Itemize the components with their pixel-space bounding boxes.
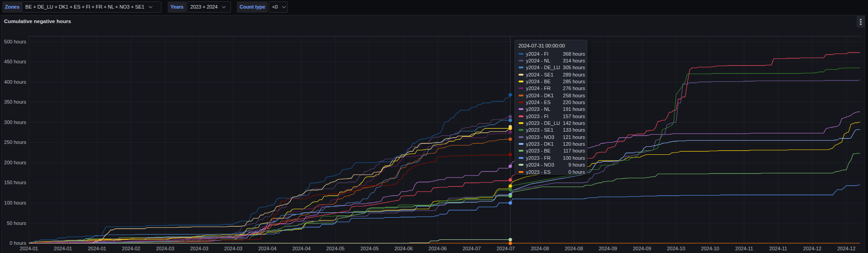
svg-text:2024-03: 2024-03 [156,246,174,251]
svg-text:2024-01: 2024-01 [20,246,38,251]
svg-text:2024-12: 2024-12 [837,246,855,251]
svg-text:2024-11: 2024-11 [769,246,788,251]
svg-text:2024-12: 2024-12 [803,246,821,251]
svg-text:0 hours: 0 hours [9,240,26,246]
svg-text:2024-03: 2024-03 [190,246,208,251]
svg-text:450 hours: 450 hours [4,59,26,64]
svg-text:150 hours: 150 hours [4,180,26,185]
svg-text:2024-03: 2024-03 [224,246,242,251]
svg-text:2024-01: 2024-01 [88,246,106,251]
svg-text:300 hours: 300 hours [4,119,26,125]
svg-text:2024-10: 2024-10 [701,246,719,251]
svg-text:2024-06: 2024-06 [395,246,413,251]
svg-text:2024-05: 2024-05 [360,246,378,251]
svg-text:2024-08: 2024-08 [531,246,549,251]
svg-text:500 hours: 500 hours [4,39,26,44]
svg-text:200 hours: 200 hours [4,160,26,165]
svg-text:2024-02: 2024-02 [122,246,140,251]
svg-text:2024-04: 2024-04 [258,246,276,251]
svg-text:2024-11: 2024-11 [735,246,753,251]
svg-text:350 hours: 350 hours [4,99,26,105]
svg-text:50 hours: 50 hours [7,220,26,226]
svg-text:2024-04: 2024-04 [292,246,311,251]
svg-text:250 hours: 250 hours [4,139,26,145]
svg-text:2024-05: 2024-05 [326,246,344,251]
svg-text:2024-10: 2024-10 [667,246,685,251]
svg-text:100 hours: 100 hours [4,200,26,205]
svg-text:400 hours: 400 hours [4,79,26,85]
svg-text:2024-07: 2024-07 [462,246,481,251]
svg-text:2024-09: 2024-09 [599,246,617,251]
svg-text:2024-08: 2024-08 [565,246,583,251]
svg-text:2024-06: 2024-06 [429,246,447,251]
svg-text:2024-07: 2024-07 [497,246,515,251]
svg-text:2024-09: 2024-09 [633,246,651,251]
svg-text:2024-01: 2024-01 [54,246,72,251]
